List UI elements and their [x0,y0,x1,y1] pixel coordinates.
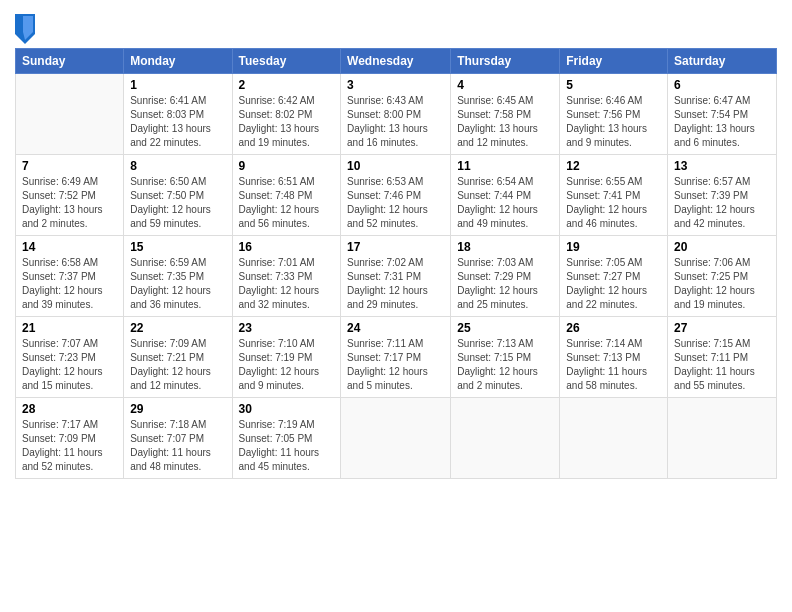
day-info: Sunrise: 7:01 AM Sunset: 7:33 PM Dayligh… [239,256,335,312]
calendar-cell [668,398,777,479]
calendar-cell: 27Sunrise: 7:15 AM Sunset: 7:11 PM Dayli… [668,317,777,398]
weekday-header-sunday: Sunday [16,49,124,74]
weekday-header-saturday: Saturday [668,49,777,74]
calendar-cell: 28Sunrise: 7:17 AM Sunset: 7:09 PM Dayli… [16,398,124,479]
day-info: Sunrise: 6:59 AM Sunset: 7:35 PM Dayligh… [130,256,225,312]
weekday-header-friday: Friday [560,49,668,74]
day-info: Sunrise: 6:51 AM Sunset: 7:48 PM Dayligh… [239,175,335,231]
weekday-header-thursday: Thursday [451,49,560,74]
calendar-cell: 13Sunrise: 6:57 AM Sunset: 7:39 PM Dayli… [668,155,777,236]
day-info: Sunrise: 6:49 AM Sunset: 7:52 PM Dayligh… [22,175,117,231]
day-number: 16 [239,240,335,254]
day-number: 27 [674,321,770,335]
day-number: 30 [239,402,335,416]
day-info: Sunrise: 7:02 AM Sunset: 7:31 PM Dayligh… [347,256,444,312]
day-number: 17 [347,240,444,254]
day-info: Sunrise: 7:05 AM Sunset: 7:27 PM Dayligh… [566,256,661,312]
day-number: 10 [347,159,444,173]
day-number: 3 [347,78,444,92]
day-info: Sunrise: 7:13 AM Sunset: 7:15 PM Dayligh… [457,337,553,393]
day-number: 28 [22,402,117,416]
day-info: Sunrise: 6:58 AM Sunset: 7:37 PM Dayligh… [22,256,117,312]
day-number: 9 [239,159,335,173]
day-number: 8 [130,159,225,173]
calendar-cell: 19Sunrise: 7:05 AM Sunset: 7:27 PM Dayli… [560,236,668,317]
day-info: Sunrise: 7:06 AM Sunset: 7:25 PM Dayligh… [674,256,770,312]
calendar-cell: 22Sunrise: 7:09 AM Sunset: 7:21 PM Dayli… [124,317,232,398]
day-number: 21 [22,321,117,335]
day-number: 19 [566,240,661,254]
weekday-header-tuesday: Tuesday [232,49,341,74]
day-number: 15 [130,240,225,254]
calendar-cell [560,398,668,479]
calendar-cell: 8Sunrise: 6:50 AM Sunset: 7:50 PM Daylig… [124,155,232,236]
day-number: 7 [22,159,117,173]
calendar-cell: 30Sunrise: 7:19 AM Sunset: 7:05 PM Dayli… [232,398,341,479]
day-info: Sunrise: 7:15 AM Sunset: 7:11 PM Dayligh… [674,337,770,393]
weekday-header-wednesday: Wednesday [341,49,451,74]
calendar-cell [451,398,560,479]
calendar-cell: 10Sunrise: 6:53 AM Sunset: 7:46 PM Dayli… [341,155,451,236]
calendar-cell: 18Sunrise: 7:03 AM Sunset: 7:29 PM Dayli… [451,236,560,317]
day-info: Sunrise: 7:14 AM Sunset: 7:13 PM Dayligh… [566,337,661,393]
calendar-cell [16,74,124,155]
calendar-cell: 2Sunrise: 6:42 AM Sunset: 8:02 PM Daylig… [232,74,341,155]
day-info: Sunrise: 6:47 AM Sunset: 7:54 PM Dayligh… [674,94,770,150]
calendar-cell: 23Sunrise: 7:10 AM Sunset: 7:19 PM Dayli… [232,317,341,398]
calendar-cell: 29Sunrise: 7:18 AM Sunset: 7:07 PM Dayli… [124,398,232,479]
calendar-cell [341,398,451,479]
calendar-cell: 7Sunrise: 6:49 AM Sunset: 7:52 PM Daylig… [16,155,124,236]
calendar-cell: 1Sunrise: 6:41 AM Sunset: 8:03 PM Daylig… [124,74,232,155]
calendar-cell: 25Sunrise: 7:13 AM Sunset: 7:15 PM Dayli… [451,317,560,398]
day-number: 2 [239,78,335,92]
day-number: 5 [566,78,661,92]
day-info: Sunrise: 6:57 AM Sunset: 7:39 PM Dayligh… [674,175,770,231]
day-info: Sunrise: 7:09 AM Sunset: 7:21 PM Dayligh… [130,337,225,393]
day-number: 22 [130,321,225,335]
day-number: 1 [130,78,225,92]
day-info: Sunrise: 6:55 AM Sunset: 7:41 PM Dayligh… [566,175,661,231]
calendar-cell: 11Sunrise: 6:54 AM Sunset: 7:44 PM Dayli… [451,155,560,236]
day-number: 25 [457,321,553,335]
calendar-cell: 12Sunrise: 6:55 AM Sunset: 7:41 PM Dayli… [560,155,668,236]
day-info: Sunrise: 7:10 AM Sunset: 7:19 PM Dayligh… [239,337,335,393]
day-number: 4 [457,78,553,92]
calendar-cell: 4Sunrise: 6:45 AM Sunset: 7:58 PM Daylig… [451,74,560,155]
calendar-cell: 14Sunrise: 6:58 AM Sunset: 7:37 PM Dayli… [16,236,124,317]
calendar-cell: 5Sunrise: 6:46 AM Sunset: 7:56 PM Daylig… [560,74,668,155]
day-info: Sunrise: 6:54 AM Sunset: 7:44 PM Dayligh… [457,175,553,231]
day-info: Sunrise: 6:41 AM Sunset: 8:03 PM Dayligh… [130,94,225,150]
calendar-cell: 17Sunrise: 7:02 AM Sunset: 7:31 PM Dayli… [341,236,451,317]
calendar-cell: 3Sunrise: 6:43 AM Sunset: 8:00 PM Daylig… [341,74,451,155]
day-info: Sunrise: 6:53 AM Sunset: 7:46 PM Dayligh… [347,175,444,231]
calendar-cell: 20Sunrise: 7:06 AM Sunset: 7:25 PM Dayli… [668,236,777,317]
day-number: 12 [566,159,661,173]
weekday-header-monday: Monday [124,49,232,74]
day-number: 6 [674,78,770,92]
day-number: 23 [239,321,335,335]
logo [15,14,37,44]
day-number: 11 [457,159,553,173]
day-info: Sunrise: 6:50 AM Sunset: 7:50 PM Dayligh… [130,175,225,231]
day-number: 18 [457,240,553,254]
day-info: Sunrise: 7:18 AM Sunset: 7:07 PM Dayligh… [130,418,225,474]
day-info: Sunrise: 6:45 AM Sunset: 7:58 PM Dayligh… [457,94,553,150]
day-info: Sunrise: 6:43 AM Sunset: 8:00 PM Dayligh… [347,94,444,150]
calendar-cell: 24Sunrise: 7:11 AM Sunset: 7:17 PM Dayli… [341,317,451,398]
day-info: Sunrise: 7:17 AM Sunset: 7:09 PM Dayligh… [22,418,117,474]
day-number: 26 [566,321,661,335]
calendar-table: SundayMondayTuesdayWednesdayThursdayFrid… [15,48,777,479]
calendar-cell: 15Sunrise: 6:59 AM Sunset: 7:35 PM Dayli… [124,236,232,317]
day-number: 20 [674,240,770,254]
day-info: Sunrise: 7:03 AM Sunset: 7:29 PM Dayligh… [457,256,553,312]
day-number: 13 [674,159,770,173]
day-info: Sunrise: 7:07 AM Sunset: 7:23 PM Dayligh… [22,337,117,393]
calendar-cell: 6Sunrise: 6:47 AM Sunset: 7:54 PM Daylig… [668,74,777,155]
calendar-cell: 21Sunrise: 7:07 AM Sunset: 7:23 PM Dayli… [16,317,124,398]
calendar-cell: 9Sunrise: 6:51 AM Sunset: 7:48 PM Daylig… [232,155,341,236]
day-info: Sunrise: 7:19 AM Sunset: 7:05 PM Dayligh… [239,418,335,474]
day-number: 14 [22,240,117,254]
calendar-cell: 26Sunrise: 7:14 AM Sunset: 7:13 PM Dayli… [560,317,668,398]
day-info: Sunrise: 6:46 AM Sunset: 7:56 PM Dayligh… [566,94,661,150]
day-info: Sunrise: 7:11 AM Sunset: 7:17 PM Dayligh… [347,337,444,393]
